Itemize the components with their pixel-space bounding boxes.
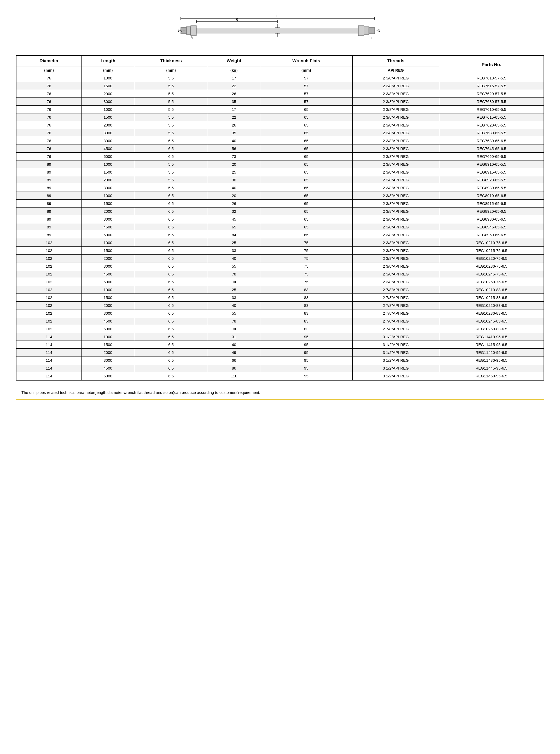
table-cell: 3 1/2"API REG xyxy=(352,364,439,372)
table-cell: 26 xyxy=(208,90,260,98)
table-cell: 35 xyxy=(208,98,260,105)
table-cell: 65 xyxy=(260,231,352,239)
table-cell: 83 xyxy=(260,317,352,325)
table-cell: 40 xyxy=(208,302,260,309)
table-cell: 86 xyxy=(208,364,260,372)
table-cell: 2 7/8"API REG xyxy=(352,294,439,302)
table-cell: 6.5 xyxy=(134,137,208,145)
table-cell: 3 1/2"API REG xyxy=(352,341,439,349)
table-cell: 83 xyxy=(260,294,352,302)
table-row: 7630005.535572 3/8"API REGREG7630-57-5.5 xyxy=(17,98,544,105)
table-cell: 6.5 xyxy=(134,145,208,153)
table-cell: 2 3/8"API REG xyxy=(352,176,439,184)
table-cell: REG7610-57-5.5 xyxy=(439,74,543,82)
table-row: 7645006.556652 3/8"API REGREG7645-65-6.5 xyxy=(17,145,544,153)
table-cell: 65 xyxy=(208,223,260,231)
table-cell: 1000 xyxy=(82,239,134,247)
table-row: 10215006.533752 3/8"API REGREG10215-75-6… xyxy=(17,247,544,255)
col-header-diameter: Diameter xyxy=(17,56,82,66)
col-header-threads: Threads xyxy=(352,56,439,66)
table-cell: 2 7/8"API REG xyxy=(352,286,439,294)
table-cell: 102 xyxy=(17,302,82,309)
table-cell: 22 xyxy=(208,82,260,90)
table-cell: 1000 xyxy=(82,333,134,341)
table-cell: 25 xyxy=(208,286,260,294)
table-cell: 6000 xyxy=(82,372,134,380)
table-row: 10230006.555832 7/8"API REGREG10230-83-6… xyxy=(17,309,544,317)
table-cell: 114 xyxy=(17,333,82,341)
table-cell: 95 xyxy=(260,372,352,380)
table-row: 10260006.5100832 7/8"API REGREG10260-83-… xyxy=(17,325,544,333)
table-cell: REG11410-95-6.5 xyxy=(439,333,543,341)
table-cell: 76 xyxy=(17,137,82,145)
table-cell: 3000 xyxy=(82,184,134,192)
col-header-parts-no: Parts No. xyxy=(439,56,543,74)
table-cell: 73 xyxy=(208,153,260,160)
table-cell: 6.5 xyxy=(134,263,208,270)
table-cell: 6000 xyxy=(82,231,134,239)
table-cell: 102 xyxy=(17,309,82,317)
table-cell: REG8910-65-6.5 xyxy=(439,192,543,200)
table-cell: 3000 xyxy=(82,309,134,317)
table-cell: 76 xyxy=(17,145,82,153)
table-cell: 5.5 xyxy=(134,113,208,121)
table-cell: 2 3/8"API REG xyxy=(352,184,439,192)
table-cell: 95 xyxy=(260,341,352,349)
table-cell: REG7645-65-6.5 xyxy=(439,145,543,153)
table-cell: 1500 xyxy=(82,341,134,349)
table-cell: 4500 xyxy=(82,145,134,153)
col-subheader-thickness: (mm) xyxy=(134,66,208,74)
table-cell: 2000 xyxy=(82,121,134,129)
table-cell: REG8915-65-6.5 xyxy=(439,200,543,208)
footer-note: The drill pipes related technical parame… xyxy=(16,386,544,400)
col-header-thickness: Thickness xyxy=(134,56,208,66)
table-cell: 1500 xyxy=(82,113,134,121)
table-row: 10210006.525832 7/8"API REGREG10210-83-6… xyxy=(17,286,544,294)
table-cell: 83 xyxy=(260,286,352,294)
table-cell: 114 xyxy=(17,349,82,356)
table-cell: 55 xyxy=(208,263,260,270)
table-cell: REG8930-65-6.5 xyxy=(439,215,543,223)
table-cell: 35 xyxy=(208,129,260,137)
table-cell: REG10210-75-6.5 xyxy=(439,239,543,247)
table-cell: 6.5 xyxy=(134,294,208,302)
table-cell: 95 xyxy=(260,333,352,341)
table-cell: REG10230-75-6.5 xyxy=(439,263,543,270)
table-cell: 2 3/8"API REG xyxy=(352,145,439,153)
table-cell: 2 3/8"API REG xyxy=(352,278,439,286)
table-cell: 5.5 xyxy=(134,74,208,82)
table-cell: 6.5 xyxy=(134,255,208,263)
table-cell: 114 xyxy=(17,372,82,380)
table-cell: REG8920-65-5.5 xyxy=(439,176,543,184)
table-cell: 65 xyxy=(260,160,352,168)
table-cell: 2 3/8"API REG xyxy=(352,270,439,278)
table-row: 10245006.578752 3/8"API REGREG10245-75-6… xyxy=(17,270,544,278)
table-cell: 102 xyxy=(17,270,82,278)
table-cell: 49 xyxy=(208,349,260,356)
table-cell: 57 xyxy=(260,90,352,98)
table-cell: REG10220-75-6.5 xyxy=(439,255,543,263)
table-cell: 6.5 xyxy=(134,231,208,239)
table-cell: 2 3/8"API REG xyxy=(352,200,439,208)
table-cell: 114 xyxy=(17,356,82,364)
table-row: 10210006.525752 3/8"API REGREG10210-75-6… xyxy=(17,239,544,247)
table-cell: 75 xyxy=(260,247,352,255)
col-subheader-threads: API REG xyxy=(352,66,439,74)
table-row: 7610005.517652 3/8"API REGREG7610-65-5.5 xyxy=(17,105,544,113)
table-row: 11430006.566953 1/2"API REGREG11430-95-6… xyxy=(17,356,544,364)
table-cell: 6000 xyxy=(82,153,134,160)
table-cell: 5.5 xyxy=(134,176,208,184)
table-cell: 32 xyxy=(208,208,260,215)
svg-text:ΦA: ΦA xyxy=(178,29,182,33)
table-cell: 114 xyxy=(17,341,82,349)
table-cell: 2 3/8"API REG xyxy=(352,121,439,129)
table-cell: 6000 xyxy=(82,278,134,286)
table-cell: 76 xyxy=(17,82,82,90)
technical-diagram: L B ΦA C E G xyxy=(178,13,382,47)
table-cell: 57 xyxy=(260,82,352,90)
table-cell: 2 3/8"API REG xyxy=(352,98,439,105)
table-cell: 20 xyxy=(208,192,260,200)
table-cell: 2 3/8"API REG xyxy=(352,113,439,121)
table-cell: REG10230-83-6.5 xyxy=(439,309,543,317)
table-cell: 2 3/8"API REG xyxy=(352,263,439,270)
